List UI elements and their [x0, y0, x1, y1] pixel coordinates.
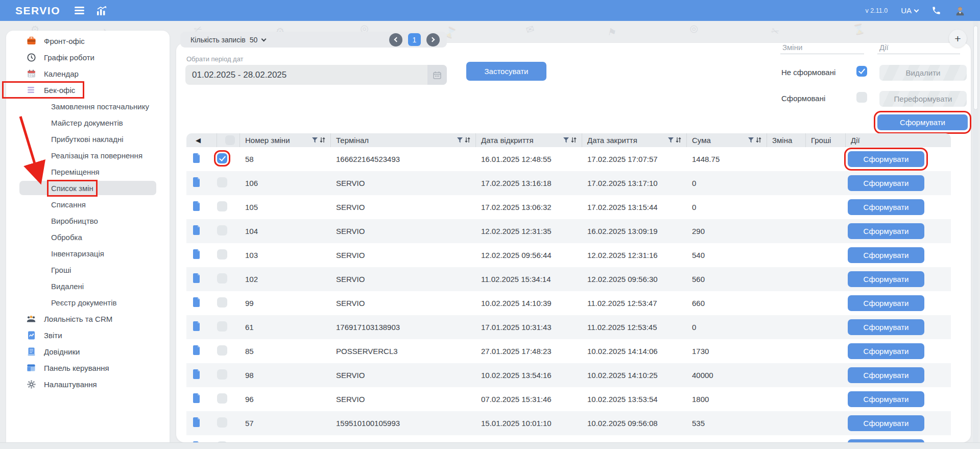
stats-chart-icon[interactable]	[97, 6, 107, 15]
horizontal-scrollbar-track[interactable]	[0, 442, 980, 449]
sidebar-item[interactable]: Довідники	[6, 343, 170, 360]
document-icon[interactable]	[193, 321, 200, 333]
document-icon[interactable]	[193, 177, 200, 189]
hamburger-menu-icon[interactable]	[75, 5, 84, 16]
sidebar-item[interactable]: Реєстр документів	[6, 294, 170, 311]
sidebar-item[interactable]: Списання	[6, 196, 170, 212]
document-icon[interactable]	[193, 417, 200, 429]
sort-icon[interactable]	[320, 136, 325, 145]
sidebar-item[interactable]: Бек-офіс	[6, 82, 170, 98]
formed-checkbox[interactable]	[856, 92, 867, 103]
document-icon[interactable]	[193, 225, 200, 237]
row-form-button[interactable]: Сформувати	[848, 367, 924, 383]
sidebar-item[interactable]: Видалені	[6, 278, 170, 294]
row-select-checkbox[interactable]	[217, 393, 227, 404]
row-select-checkbox[interactable]	[217, 249, 227, 259]
sidebar-item[interactable]: Переміщення	[6, 163, 170, 180]
row-form-button[interactable]: Сформувати	[848, 343, 924, 359]
select-all-checkbox[interactable]	[225, 135, 235, 145]
document-icon[interactable]	[193, 393, 200, 405]
row-form-button[interactable]: Сформувати	[848, 415, 924, 431]
chevron-down-icon[interactable]	[261, 36, 267, 41]
column-header-Сума[interactable]: Сума	[687, 133, 767, 147]
document-icon[interactable]	[193, 153, 200, 165]
row-select-checkbox[interactable]	[217, 177, 227, 187]
row-form-button[interactable]: Сформувати	[848, 247, 924, 263]
cell-close-date: 10.02.2025 14:14:06	[582, 347, 687, 356]
document-icon[interactable]	[193, 297, 200, 309]
document-icon[interactable]	[193, 201, 200, 213]
column-header-Термінал[interactable]: Термінал	[331, 133, 476, 147]
filter-funnel-icon[interactable]	[668, 136, 674, 145]
column-header-Дата відкриття[interactable]: Дата відкриття	[476, 133, 582, 147]
row-select-checkbox[interactable]	[217, 321, 227, 332]
sidebar-item[interactable]: Лояльність та CRM	[6, 311, 170, 327]
row-select-checkbox[interactable]	[217, 297, 227, 308]
language-selector[interactable]: UA	[901, 6, 918, 15]
sidebar-item[interactable]: Звіти	[6, 327, 170, 343]
row-select-checkbox[interactable]	[217, 417, 227, 428]
sidebar-item[interactable]: Фронт-офіс	[6, 33, 170, 49]
sidebar-item[interactable]: Список змін	[6, 180, 170, 196]
row-select-checkbox[interactable]	[217, 369, 227, 380]
row-form-button[interactable]: Сформувати	[848, 151, 924, 167]
row-select-checkbox[interactable]	[217, 153, 227, 163]
page-number-button[interactable]: 1	[408, 33, 421, 46]
row-form-button[interactable]: Сформувати	[848, 319, 924, 335]
row-form-button[interactable]: Сформувати	[848, 223, 924, 239]
calendar-picker-button[interactable]	[427, 65, 447, 85]
sidebar-item[interactable]: Інвентаризація	[6, 245, 170, 262]
sidebar-item[interactable]: Реалізація та повернення	[6, 147, 170, 163]
row-form-button[interactable]: Сформувати	[848, 271, 924, 287]
sort-icon[interactable]	[571, 136, 577, 145]
sidebar-item[interactable]: Графік роботи	[6, 49, 170, 65]
row-form-button[interactable]: Сформувати	[848, 391, 924, 407]
filter-funnel-icon[interactable]	[312, 136, 318, 145]
reform-button[interactable]: Переформувати	[879, 91, 967, 107]
filter-funnel-icon[interactable]	[457, 136, 463, 145]
sidebar-item[interactable]: Обробка	[6, 229, 170, 245]
prev-page-button[interactable]	[389, 33, 402, 46]
sidebar-item[interactable]: Прибуткові накладні	[6, 131, 170, 147]
unformed-checkbox[interactable]	[856, 66, 867, 77]
column-header-label: Зміна	[772, 136, 792, 145]
row-form-button[interactable]: Сформувати	[848, 175, 924, 191]
background-doodle-icon: ✉	[524, 22, 536, 36]
sidebar-item[interactable]: Замовлення постачальнику	[6, 98, 170, 114]
document-icon[interactable]	[193, 273, 200, 285]
sort-icon[interactable]	[465, 136, 470, 145]
cell-terminal: 176917103138903	[331, 323, 476, 332]
sort-icon[interactable]	[756, 136, 761, 145]
add-button[interactable]: +	[949, 30, 967, 48]
row-select-checkbox[interactable]	[217, 273, 227, 283]
form-all-button[interactable]: Сформувати	[877, 114, 968, 130]
row-form-button[interactable]: Сформувати	[848, 199, 924, 215]
document-icon[interactable]	[193, 249, 200, 261]
sidebar-item-label: Лояльність та CRM	[44, 315, 112, 323]
column-header-Номер зміни[interactable]: Номер зміни	[240, 133, 331, 147]
column-header-Дата закриття[interactable]: Дата закриття	[582, 133, 687, 147]
user-avatar[interactable]	[954, 5, 966, 16]
sidebar-item[interactable]: Майстер документів	[6, 114, 170, 131]
sort-icon[interactable]	[676, 136, 681, 145]
row-select-checkbox[interactable]	[217, 201, 227, 211]
row-select-checkbox[interactable]	[217, 225, 227, 235]
filter-funnel-icon[interactable]	[748, 136, 754, 145]
document-icon[interactable]	[193, 345, 200, 357]
row-form-button[interactable]: Сформувати	[848, 295, 924, 311]
vertical-scrollbar-thumb[interactable]	[973, 26, 978, 110]
delete-button[interactable]: Видалити	[879, 65, 967, 81]
phone-icon[interactable]	[931, 6, 941, 15]
document-icon[interactable]	[193, 369, 200, 381]
row-select-checkbox[interactable]	[217, 345, 227, 356]
next-page-button[interactable]	[426, 33, 440, 46]
sidebar-item[interactable]: Календар	[6, 65, 170, 82]
date-period-input[interactable]: 01.02.2025 - 28.02.2025	[185, 65, 447, 85]
sidebar-item[interactable]: Виробництво	[6, 212, 170, 229]
sidebar-item[interactable]: Гроші	[6, 262, 170, 278]
sidebar-item[interactable]: Налаштування	[6, 376, 170, 392]
scroll-left-icon[interactable]: ◀	[196, 136, 201, 144]
apply-button[interactable]: Застосувати	[466, 62, 546, 81]
sidebar-item[interactable]: Панель керування	[6, 360, 170, 376]
filter-funnel-icon[interactable]	[563, 136, 569, 145]
